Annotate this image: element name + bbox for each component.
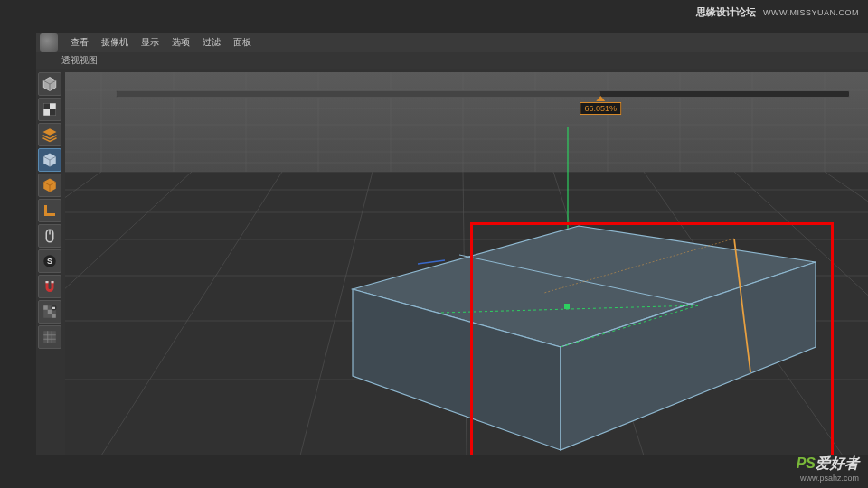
model-tool[interactable] [38, 148, 61, 172]
watermark-bottom: PS爱好者 www.psahz.com [797, 455, 859, 483]
object-tool[interactable] [38, 174, 61, 197]
watermark-brand: PS爱好者 [797, 455, 859, 474]
watermark-top-cn: 思缘设计论坛 [696, 5, 756, 19]
left-toolbar: S [38, 72, 63, 349]
app-logo-icon [40, 33, 58, 52]
watermark-top-en: WWW.MISSYUAN.COM [763, 8, 859, 17]
menu-display[interactable]: 显示 [136, 34, 165, 51]
slider-value-marker: 66.051% [580, 96, 622, 115]
viewport[interactable]: 66.051% [65, 72, 868, 455]
layer-tool[interactable] [38, 123, 61, 146]
viewport-tab-label[interactable]: 透视视图 [61, 54, 98, 67]
svg-rect-15 [43, 331, 56, 343]
svg-rect-12 [52, 314, 56, 318]
menu-camera[interactable]: 摄像机 [96, 34, 134, 51]
bevel-slider[interactable] [116, 90, 850, 98]
svg-rect-11 [48, 310, 52, 314]
slider-fill [117, 91, 600, 97]
svg-text:S: S [47, 257, 52, 266]
svg-rect-8 [52, 281, 54, 283]
axis-tool[interactable] [38, 199, 61, 222]
grid-tool[interactable] [38, 325, 61, 349]
uv-tool[interactable] [38, 98, 61, 121]
menu-view[interactable]: 查看 [65, 34, 94, 51]
svg-rect-2 [50, 109, 56, 116]
cube-tool[interactable] [38, 72, 61, 96]
menu-options[interactable]: 选项 [166, 34, 195, 51]
svg-rect-16 [65, 72, 868, 172]
menu-panel[interactable]: 面板 [228, 34, 257, 51]
slider-arrow-icon [596, 96, 605, 101]
magnet-tool[interactable] [38, 275, 61, 298]
scene-3d [65, 72, 868, 455]
lock-tool[interactable] [38, 300, 61, 324]
mouse-tool[interactable] [38, 224, 61, 248]
snap-s-tool[interactable]: S [38, 249, 61, 273]
menu-filter[interactable]: 过滤 [197, 34, 226, 51]
svg-rect-7 [46, 281, 49, 283]
slider-value-label: 66.051% [580, 102, 622, 115]
app-frame: 查看 摄像机 显示 选项 过滤 面板 透视视图 S [36, 33, 868, 455]
viewport-tabbar: 透视视图 [36, 52, 868, 69]
svg-rect-1 [43, 103, 50, 109]
svg-rect-14 [52, 307, 55, 309]
menubar: 查看 摄像机 显示 选项 过滤 面板 [36, 33, 868, 52]
svg-rect-60 [564, 304, 570, 309]
svg-rect-10 [43, 305, 48, 310]
watermark-top: 思缘设计论坛 WWW.MISSYUAN.COM [696, 5, 859, 19]
watermark-url: www.psahz.com [797, 474, 859, 483]
